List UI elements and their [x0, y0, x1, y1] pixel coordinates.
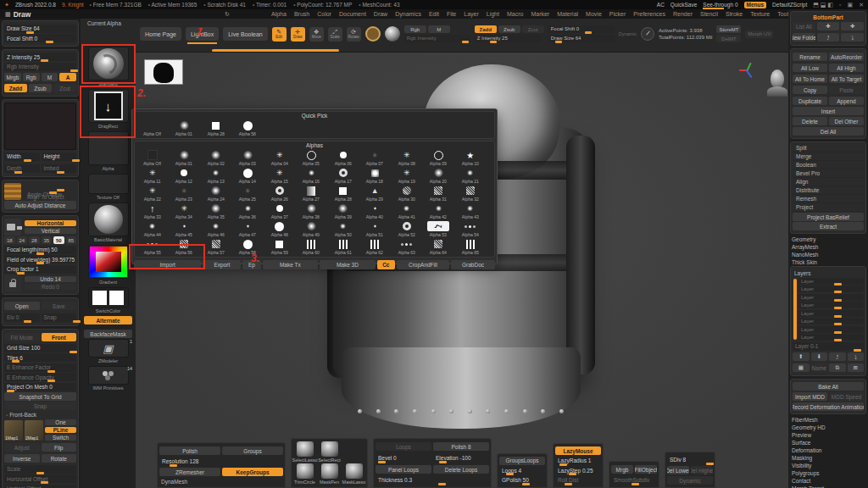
tool-zmodeler[interactable]: ▣1ZModeler [84, 339, 132, 363]
chip-85[interactable]: 85 [66, 236, 77, 244]
button-groups[interactable]: Groups [222, 446, 283, 455]
stroke-preview-icon[interactable] [365, 26, 381, 42]
layer-row[interactable]: Layer [798, 278, 864, 285]
menu-item[interactable]: Tool [777, 11, 788, 17]
chip-24[interactable]: 24 [17, 236, 28, 244]
slider-vertical-offset[interactable]: Vertical Offset [4, 485, 76, 488]
edit-mode-button[interactable]: ✎Edit [272, 27, 287, 42]
slider-sdiv-8[interactable]: SDiv 8 [667, 456, 713, 464]
alpha-swatch[interactable]: Alpha 06 [327, 149, 359, 167]
button-snap[interactable]: Snap [4, 402, 76, 410]
camera-icon[interactable] [4, 219, 21, 236]
button-autoreorder[interactable]: AutoReorder [829, 53, 864, 61]
button-item[interactable]: ⬆ [793, 352, 810, 361]
restore-config-icon[interactable]: ↻ [225, 11, 230, 18]
alpha-swatch[interactable]: Alpha 16 [296, 167, 328, 185]
slider-height[interactable]: Height [42, 152, 77, 161]
document-thumbnail[interactable] [144, 59, 183, 85]
slider-e-enhance-opacity[interactable]: E Enhance Opacity [4, 373, 76, 381]
slider-horizontal-offset[interactable]: Horizontal Offset [4, 474, 76, 483]
menu-item[interactable]: Macro [507, 11, 523, 17]
alpha-swatch[interactable]: Alpha 03 [232, 149, 264, 167]
m-button[interactable]: M [428, 25, 450, 33]
slider-lazystep-0-25[interactable]: LazyStep 0.25 [555, 466, 601, 474]
rotate-mode-button[interactable]: ⟳Rotate [347, 27, 361, 42]
button-vertical[interactable]: Vertical [25, 228, 76, 234]
alpha-swatch[interactable]: Alpha 02 [200, 149, 232, 167]
alpha-swatch[interactable]: Alpha 01 [169, 149, 201, 167]
alpha-swatch[interactable]: Alpha 15 [264, 167, 296, 185]
button-import-mdd[interactable]: Import MDD [793, 392, 827, 401]
button-project-basrelief[interactable]: Project BasRelief [793, 213, 864, 221]
alpha-swatch[interactable]: Alpha 52 [391, 220, 423, 238]
slider-crop-factor-1[interactable]: Crop factor 1 [4, 265, 76, 274]
button-item[interactable]: ✚ [817, 22, 840, 30]
button-undo-14[interactable]: Undo 14 [25, 276, 76, 282]
button-m[interactable]: M [42, 73, 58, 81]
menu-item[interactable]: Draw [374, 11, 387, 17]
button-copy[interactable]: Copy [793, 86, 827, 94]
draw-size-gauge-icon[interactable] [641, 27, 654, 41]
menu-item[interactable]: Document [339, 11, 366, 17]
button-paste[interactable]: Paste [829, 86, 864, 94]
alpha-swatch[interactable]: Alpha 43 [454, 202, 487, 220]
alpha-swatch[interactable]: Alpha 19 [391, 167, 423, 185]
menu-item[interactable]: File [447, 11, 456, 17]
button-del-lower[interactable]: Del Lower [667, 466, 689, 474]
button-duplicate[interactable]: Duplicate [793, 97, 827, 105]
focal-shift-slider[interactable]: Focal Shift 0 [548, 25, 615, 33]
button-inverse[interactable]: Inverse [4, 454, 40, 463]
button-adjust[interactable]: Adjust [4, 443, 40, 452]
thumb-selectlasso[interactable]: SelectLasso [293, 441, 316, 463]
item-remesh[interactable]: Remesh [793, 195, 864, 203]
menu-item[interactable]: Brush [294, 11, 309, 17]
alpha-swatch[interactable]: Alpha 44 [136, 220, 169, 238]
button-item[interactable]: ▦ [793, 363, 810, 372]
menu-item[interactable]: Layer [464, 11, 479, 17]
axis-gizmo[interactable] [739, 64, 758, 83]
button-new-folder[interactable]: New Folder [793, 33, 815, 42]
layer-row[interactable]: Layer [798, 286, 864, 292]
layer-row[interactable]: Layer [798, 310, 864, 317]
slider-focal-length-mm-50[interactable]: Focal length(mm) 50 [4, 246, 76, 254]
alpha-swatch[interactable]: Alpha 13 [200, 167, 232, 185]
minimize-icon[interactable]: ▫ [839, 2, 841, 8]
menu-item[interactable]: Render [673, 11, 693, 17]
tool-tile-zmodeler[interactable]: ▣ [88, 339, 129, 358]
alpha-swatch[interactable]: Alpha 62 [359, 238, 392, 256]
alpha-swatch[interactable]: Alpha 48 [264, 220, 296, 238]
alpha-swatch[interactable]: Alpha 30 [391, 185, 423, 202]
material-preview-icon[interactable] [385, 26, 400, 42]
close-icon[interactable]: ✕ [859, 2, 864, 8]
button-panel-loops[interactable]: Panel Loops [376, 465, 431, 474]
alpha-swatch[interactable]: Alpha 39 [327, 202, 359, 220]
button-polish[interactable]: Polish [159, 446, 220, 455]
quick-pick-alpha[interactable]: Alpha Off [136, 119, 169, 137]
slider-elv-0[interactable]: Elv 0 [4, 313, 40, 322]
move-mode-button[interactable]: ✥Move [309, 27, 324, 42]
alpha-swatch[interactable]: Alpha 23 [169, 185, 201, 202]
alpha-swatch[interactable]: Alpha 41 [391, 202, 423, 220]
alpha-swatch[interactable]: Alpha 50 [327, 220, 359, 238]
thumb-selectrect[interactable]: SelectRect [318, 441, 341, 463]
button-item[interactable]: ⤴ [829, 352, 846, 361]
alpha-swatch[interactable]: Alpha 18 [359, 167, 392, 185]
button-rgb[interactable]: Rgb [23, 73, 40, 81]
slider-lazyradius-1[interactable]: LazyRadius 1 [555, 457, 601, 465]
slider-width[interactable]: Width [4, 152, 40, 161]
popup-footer-button[interactable]: Make Tx [263, 260, 319, 269]
button-horizontal[interactable]: Horizontal [25, 220, 76, 226]
button-item[interactable]: ⤵ [848, 352, 865, 361]
button-zsub[interactable]: Zsub [29, 84, 52, 92]
alpha-swatch[interactable]: Alpha 09 [423, 149, 455, 167]
thumb-maskpen[interactable]: MaskPen [318, 463, 341, 485]
alpha-swatch[interactable]: Alpha 20 [423, 167, 455, 185]
alpha-swatch[interactable]: Alpha 38 [296, 202, 328, 220]
map-thumb-1map1[interactable]: 1Map1 [4, 420, 23, 441]
chip-18[interactable]: 18 [4, 236, 15, 244]
popup-footer-button[interactable]: GrabDoc [451, 260, 495, 269]
menu-item[interactable]: Movie [586, 11, 602, 17]
button-auto-adjust-distance[interactable]: Auto Adjust Distance [4, 201, 76, 209]
button-list-all[interactable]: List All [793, 22, 815, 30]
button-all-to-target[interactable]: All To Target [829, 75, 864, 83]
